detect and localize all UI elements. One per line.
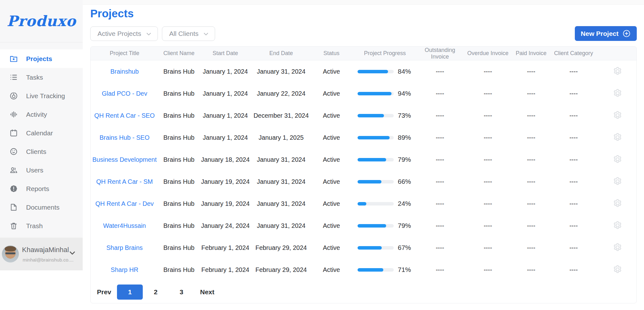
- status-cell: Active: [311, 156, 352, 163]
- progress-bar: [358, 180, 394, 183]
- outstanding-invoice-cell: ----: [418, 134, 462, 141]
- start-date-cell: January 1, 2024: [199, 68, 251, 75]
- pagination-next[interactable]: Next: [194, 285, 220, 300]
- project-title-link[interactable]: Brains Hub - SEO: [100, 134, 150, 141]
- paid-invoice-cell: ----: [514, 90, 548, 97]
- project-title-link[interactable]: QH Rent A Car - SM: [96, 178, 153, 185]
- project-title-link[interactable]: Business Development: [92, 156, 157, 163]
- row-settings-button[interactable]: [612, 88, 623, 99]
- start-date-cell: February 1, 2024: [199, 244, 251, 251]
- overdue-invoice-cell: ----: [462, 178, 514, 185]
- gear-icon: [613, 132, 623, 142]
- face-icon: [9, 147, 18, 156]
- progress-cell: 71%: [352, 266, 418, 273]
- sidebar-item-documents[interactable]: Documents: [0, 198, 83, 217]
- new-project-button[interactable]: New Project: [575, 26, 637, 41]
- paid-invoice-cell: ----: [514, 134, 548, 141]
- pagination-page-3[interactable]: 3: [169, 285, 194, 300]
- progress-bar: [358, 246, 394, 250]
- sidebar-item-reports[interactable]: Reports: [0, 179, 83, 198]
- chevron-down-icon[interactable]: [69, 250, 76, 256]
- progress-percent: 94%: [398, 90, 411, 97]
- column-header-start-date: Start Date: [199, 50, 251, 57]
- trash-icon: [9, 222, 18, 230]
- project-title-link[interactable]: Brainshub: [110, 68, 139, 75]
- toolbar: Active Projects All Clients New Project: [90, 26, 637, 41]
- end-date-cell: January 1, 2025: [251, 134, 311, 141]
- filter-active-projects[interactable]: Active Projects: [90, 26, 158, 41]
- pagination-prev[interactable]: Prev: [91, 285, 117, 300]
- paid-invoice-cell: ----: [514, 178, 548, 185]
- progress-bar-fill: [358, 70, 388, 73]
- client-name-cell: Brains Hub: [158, 134, 199, 141]
- overdue-invoice-cell: ----: [462, 244, 514, 251]
- progress-bar: [358, 70, 394, 73]
- sidebar-item-live-tracking[interactable]: Live Tracking: [0, 87, 83, 105]
- row-settings-button[interactable]: [612, 198, 623, 209]
- overdue-invoice-cell: ----: [462, 68, 514, 75]
- status-cell: Active: [311, 266, 352, 273]
- user-name: KhawajaMinhal: [22, 246, 74, 254]
- sidebar-item-trash[interactable]: Trash: [0, 217, 83, 235]
- status-cell: Active: [311, 244, 352, 251]
- row-settings-button[interactable]: [612, 132, 623, 143]
- project-title-link[interactable]: Sharp HR: [111, 266, 138, 273]
- row-settings-button[interactable]: [612, 154, 623, 165]
- paid-invoice-cell: ----: [514, 266, 548, 273]
- overdue-invoice-cell: ----: [462, 222, 514, 229]
- folder-star-icon: [9, 54, 18, 63]
- outstanding-invoice-cell: ----: [418, 266, 462, 273]
- sidebar-item-label: Activity: [26, 111, 47, 118]
- row-settings-button[interactable]: [612, 176, 623, 187]
- progress-cell: 89%: [352, 134, 418, 141]
- start-date-cell: January 19, 2024: [199, 178, 251, 185]
- progress-bar-fill: [358, 136, 390, 139]
- client-category-cell: ----: [548, 222, 599, 229]
- pagination-page-1[interactable]: 1: [117, 285, 143, 300]
- chevron-down-icon: [146, 31, 152, 37]
- sidebar-item-activity[interactable]: Activity: [0, 105, 83, 124]
- project-title-link[interactable]: Sharp Brains: [106, 244, 143, 251]
- row-settings-button[interactable]: [612, 110, 623, 121]
- project-title-link[interactable]: Glad PCO - Dev: [102, 90, 147, 97]
- page-title: Projects: [90, 7, 644, 20]
- paid-invoice-cell: ----: [514, 112, 548, 119]
- user-profile-panel[interactable]: KhawajaMinhal minhal@brainshub.co....: [0, 238, 83, 270]
- app-window: Produxo ProjectsTasksLive TrackingActivi…: [0, 0, 644, 310]
- produxo-logo[interactable]: Produxo: [7, 13, 76, 30]
- row-settings-button[interactable]: [612, 264, 623, 275]
- sidebar-item-tasks[interactable]: Tasks: [0, 68, 83, 87]
- project-title-link[interactable]: Water4Hussain: [103, 222, 146, 229]
- row-settings-button[interactable]: [612, 220, 623, 231]
- sidebar-item-label: Reports: [26, 185, 49, 193]
- status-cell: Active: [311, 134, 352, 141]
- table-row: QH Rent A Car - Dev Brains Hub January 1…: [91, 193, 636, 215]
- sidebar-item-users[interactable]: Users: [0, 161, 83, 179]
- column-header-status: Status: [311, 50, 352, 57]
- end-date-cell: January 22, 2024: [251, 90, 311, 97]
- client-name-cell: Brains Hub: [158, 68, 199, 75]
- row-settings-button[interactable]: [612, 66, 623, 77]
- outstanding-invoice-cell: ----: [418, 244, 462, 251]
- outstanding-invoice-cell: ----: [418, 68, 462, 75]
- progress-cell: 84%: [352, 68, 418, 75]
- gear-icon: [613, 110, 623, 120]
- project-title-link[interactable]: QH Rent A Car - Dev: [95, 200, 154, 207]
- row-settings-button[interactable]: [612, 242, 623, 253]
- client-category-cell: ----: [548, 200, 599, 207]
- client-category-cell: ----: [548, 266, 599, 273]
- client-name-cell: Brains Hub: [158, 200, 199, 207]
- client-category-cell: ----: [548, 90, 599, 97]
- list-icon: [9, 73, 18, 82]
- sidebar-item-clients[interactable]: Clients: [0, 142, 83, 161]
- column-header-project-progress: Project Progress: [352, 50, 418, 57]
- client-category-cell: ----: [548, 244, 599, 251]
- sidebar-item-projects[interactable]: Projects: [0, 49, 83, 68]
- pagination-page-2[interactable]: 2: [143, 285, 169, 300]
- filter-all-clients[interactable]: All Clients: [162, 26, 215, 41]
- sidebar-item-calendar[interactable]: Calendar: [0, 124, 83, 142]
- project-title-link[interactable]: QH Rent A Car - SEO: [94, 112, 155, 119]
- table-row: Glad PCO - Dev Brains Hub January 1, 202…: [91, 82, 636, 104]
- progress-cell: 24%: [352, 200, 418, 207]
- column-header-client-category: Client Category: [548, 50, 599, 57]
